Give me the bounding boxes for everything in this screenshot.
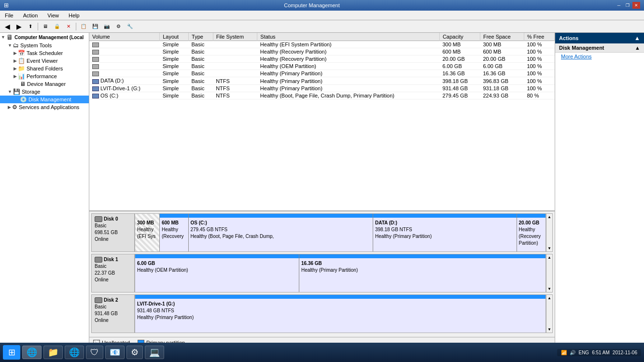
col-status[interactable]: Status xyxy=(257,33,440,41)
scroll-bar[interactable]: ▲▼ xyxy=(546,294,553,333)
snapshot-button[interactable]: 📷 xyxy=(101,22,112,31)
cell-fs: NTFS xyxy=(213,92,257,99)
scroll-down-arrow[interactable]: ▼ xyxy=(547,246,551,251)
sidebar-item-device-manager[interactable]: 🖥 Device Manager xyxy=(0,80,89,88)
disk-partitions-disk2: LVIT-Drive-1 (G:)931.48 GB NTFSHealthy (… xyxy=(135,294,546,333)
toolbar-separator-1 xyxy=(38,23,38,30)
settings-button[interactable]: ⚙ xyxy=(113,22,124,31)
menu-bar: File Action View Help xyxy=(0,11,644,20)
sidebar-item-disk-management[interactable]: 💿 Disk Management xyxy=(0,96,89,103)
help-button[interactable]: 🔧 xyxy=(125,22,135,31)
system-tools-icon: 🗂 xyxy=(13,42,19,49)
table-row[interactable]: SimpleBasicHealthy (Primary Partition)16… xyxy=(89,70,555,77)
cell-capacity: 398.18 GB xyxy=(439,77,480,84)
expand-icon: ▶ xyxy=(8,105,11,110)
expand-icon: ▼ xyxy=(1,35,5,40)
partition-info: Healthy (EFI Sys xyxy=(137,226,157,240)
taskbar-mail-icon[interactable]: 📧 xyxy=(105,346,125,359)
disk-partition[interactable]: 16.36 GBHealthy (Primary Partition) xyxy=(299,254,546,292)
menu-help[interactable]: Help xyxy=(66,12,83,19)
table-row[interactable]: OS (C:)SimpleBasicNTFSHealthy (Boot, Pag… xyxy=(89,92,555,99)
cell-fs: NTFS xyxy=(213,77,257,84)
scroll-bar[interactable]: ▲▼ xyxy=(546,213,553,252)
cell-layout: Simple xyxy=(160,92,189,99)
cell-free: 224.93 GB xyxy=(480,92,524,99)
table-row[interactable]: DATA (D:)SimpleBasicNTFSHealthy (Primary… xyxy=(89,77,555,84)
scroll-up-arrow[interactable]: ▲ xyxy=(547,215,551,219)
event-viewer-icon: 📋 xyxy=(18,57,25,64)
export-button[interactable]: 📋 xyxy=(78,22,89,31)
sidebar-root[interactable]: ▼ 🖥 Computer Management (Local xyxy=(0,33,89,42)
scroll-bar[interactable]: ▲▼ xyxy=(546,254,553,292)
disk-partition[interactable]: DATA (D:)398.18 GB NTFSHealthy (Primary … xyxy=(373,214,517,251)
cell-free: 16.36 GB xyxy=(480,70,524,77)
disk-partition[interactable]: OS (C:)279.45 GB NTFSHealthy (Boot, Page… xyxy=(189,214,374,251)
table-row[interactable]: SimpleBasicHealthy (OEM Partition)6.00 G… xyxy=(89,63,555,70)
cell-status: Healthy (Primary Partition) xyxy=(257,84,440,92)
sidebar-item-services-apps[interactable]: ▶ ⚙ Services and Applications xyxy=(0,103,89,111)
taskbar-explorer-icon[interactable]: 📁 xyxy=(43,346,63,359)
scroll-down-arrow[interactable]: ▼ xyxy=(547,327,551,332)
taskbar-computer-icon[interactable]: 💻 xyxy=(145,346,164,359)
table-row[interactable]: SimpleBasicHealthy (Recovery Partition)2… xyxy=(89,56,555,63)
col-type[interactable]: Type xyxy=(189,33,213,41)
cell-type: Basic xyxy=(189,77,213,84)
partition-info: Healthy (Boot, Page File, Crash Dump, xyxy=(191,233,371,240)
scroll-up-arrow[interactable]: ▲ xyxy=(547,296,551,300)
col-freespace[interactable]: Free Space xyxy=(480,33,524,41)
restore-button[interactable]: ❐ xyxy=(624,2,631,9)
expand-icon: ▼ xyxy=(8,89,12,94)
disk-partition[interactable]: 20.00 GBHealthy (Recovery Partition) xyxy=(517,214,546,251)
cell-status: Healthy (Primary Partition) xyxy=(257,77,440,84)
sidebar-label-shared-folders: Shared Folders xyxy=(27,66,63,71)
more-actions-button[interactable]: More Actions xyxy=(555,53,644,60)
disk-partition[interactable]: 600 MBHealthy (Recovery xyxy=(160,214,189,251)
col-pctfree[interactable]: % Free xyxy=(524,33,554,41)
cell-free: 600 MB xyxy=(480,48,524,56)
taskbar-settings-icon[interactable]: ⚙ xyxy=(126,346,143,359)
start-button[interactable]: ⊞ xyxy=(3,345,20,360)
scroll-up-arrow[interactable]: ▲ xyxy=(547,255,551,260)
taskbar-shield-icon[interactable]: 🛡 xyxy=(86,346,103,359)
table-row[interactable]: LVIT-Drive-1 (G:)SimpleBasicNTFSHealthy … xyxy=(89,84,555,92)
taskbar-chrome-icon[interactable]: 🌐 xyxy=(65,346,84,359)
table-row[interactable]: SimpleBasicHealthy (Recovery Partition)6… xyxy=(89,48,555,56)
properties-button[interactable]: 🔒 xyxy=(52,22,62,31)
partition-name: OS (C:) xyxy=(191,220,371,226)
col-volume[interactable]: Volume xyxy=(89,33,160,41)
table-row[interactable]: SimpleBasicHealthy (EFI System Partition… xyxy=(89,41,555,48)
sidebar-item-system-tools[interactable]: ▼ 🗂 System Tools xyxy=(0,42,89,49)
forward-button[interactable]: ▶ xyxy=(14,22,24,31)
save-log-button[interactable]: 💾 xyxy=(90,22,100,31)
col-layout[interactable]: Layout xyxy=(160,33,189,41)
back-button[interactable]: ◀ xyxy=(2,22,13,31)
col-capacity[interactable]: Capacity xyxy=(439,33,480,41)
disk-partition[interactable]: 300 MBHealthy (EFI Sys xyxy=(135,214,160,251)
sidebar-item-task-scheduler[interactable]: ▶ 📅 Task Scheduler xyxy=(0,49,89,57)
taskbar-ie-icon[interactable]: 🌐 xyxy=(22,346,42,359)
disk-partition[interactable]: LVIT-Drive-1 (G:)931.48 GB NTFSHealthy (… xyxy=(135,295,546,333)
sidebar-item-event-viewer[interactable]: ▶ 📋 Event Viewer xyxy=(0,57,89,65)
menu-action[interactable]: Action xyxy=(20,12,41,19)
delete-button[interactable]: ✕ xyxy=(63,22,74,31)
cell-free: 300 MB xyxy=(480,41,524,48)
col-filesystem[interactable]: File System xyxy=(213,33,257,41)
disk-partition[interactable]: 6.00 GBHealthy (OEM Partition) xyxy=(135,254,299,292)
disk-row-disk1: Disk 1Basic22.37 GBOnline6.00 GBHealthy … xyxy=(91,254,553,292)
menu-view[interactable]: View xyxy=(44,12,62,19)
cell-fs xyxy=(213,48,257,56)
menu-file[interactable]: File xyxy=(2,12,16,19)
scroll-down-arrow[interactable]: ▼ xyxy=(547,287,551,291)
up-button[interactable]: ⬆ xyxy=(25,22,36,31)
show-hide-button[interactable]: 🖥 xyxy=(40,22,51,31)
computer-icon: 🖥 xyxy=(6,33,13,41)
minimize-button[interactable]: ─ xyxy=(615,2,623,9)
volume-table: Volume Layout Type File System Status Ca… xyxy=(89,33,555,99)
sidebar-item-shared-folders[interactable]: ▶ 📁 Shared Folders xyxy=(0,65,89,72)
volume-icon xyxy=(92,64,99,69)
cell-fs xyxy=(213,63,257,70)
close-button[interactable]: ✕ xyxy=(632,2,640,9)
sidebar-item-storage[interactable]: ▼ 💾 Storage xyxy=(0,88,89,96)
partition-info: 931.48 GB NTFS xyxy=(137,307,544,314)
sidebar-item-performance[interactable]: ▶ 📊 Performance xyxy=(0,72,89,80)
